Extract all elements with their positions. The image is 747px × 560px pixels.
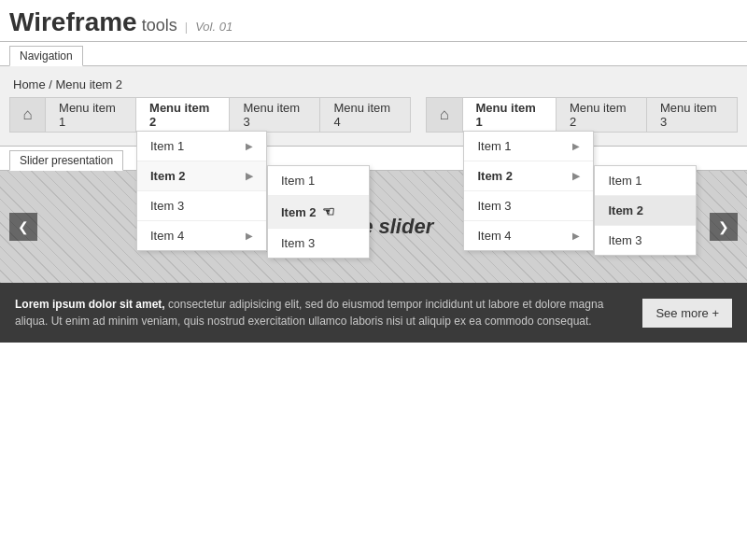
navigation-outer: Home / Menu item 2 ⌂ Menu item 1 Menu it… bbox=[0, 66, 747, 147]
left-dropdown-item-4[interactable]: Item 4▶ bbox=[137, 221, 266, 250]
left-nav-item-3[interactable]: Menu item 3 bbox=[230, 98, 320, 132]
right-sub-dropdown: Item 1 Item 2 Item 3 bbox=[594, 165, 697, 256]
right-dropdown-item-1[interactable]: Item 1▶ bbox=[464, 132, 593, 161]
slider-tab: Slider presentation bbox=[9, 150, 123, 171]
left-dropdown: Item 1▶ Item 2▶ Item 3 Item 4▶ Item 1 It… bbox=[136, 131, 267, 251]
left-home-btn[interactable]: ⌂ bbox=[10, 98, 46, 132]
breadcrumb: Home / Menu item 2 bbox=[9, 74, 738, 97]
tools-label: tools bbox=[137, 16, 177, 35]
slider-prev-button[interactable]: ❮ bbox=[9, 213, 37, 241]
left-nav-wrapper: ⌂ Menu item 1 Menu item 2 Menu item 3 Me… bbox=[9, 97, 411, 133]
left-dropdown-item-1[interactable]: Item 1▶ bbox=[137, 132, 266, 161]
left-nav-item-4[interactable]: Menu item 4 bbox=[320, 98, 410, 132]
vol-label: Vol. 01 bbox=[195, 20, 233, 34]
right-dropdown-item-2[interactable]: Item 2▶ bbox=[464, 161, 593, 191]
left-sub-dropdown: Item 1 Item 2 ☜ Item 3 bbox=[267, 165, 370, 259]
footer: Lorem ipsum dolor sit amet, consectetur … bbox=[0, 283, 747, 343]
right-dropdown-item-3[interactable]: Item 3 bbox=[464, 191, 593, 221]
slider-next-button[interactable]: ❯ bbox=[710, 213, 738, 241]
right-nav-bar: ⌂ Menu item 1 Menu item 2 Menu item 3 bbox=[426, 97, 738, 133]
right-dropdown: Item 1▶ Item 2▶ Item 3 Item 4▶ Item 1 It… bbox=[463, 131, 594, 251]
header: Wireframe tools|Vol. 01 bbox=[0, 0, 747, 42]
cursor-icon: ☜ bbox=[322, 203, 334, 220]
brand-title: Wireframe bbox=[9, 7, 137, 36]
right-nav-wrapper: ⌂ Menu item 1 Menu item 2 Menu item 3 It… bbox=[426, 97, 738, 133]
navigation-tab: Navigation bbox=[9, 46, 83, 66]
left-dropdown-item-2[interactable]: Item 2▶ bbox=[137, 161, 266, 191]
right-nav-item-3[interactable]: Menu item 3 bbox=[647, 98, 737, 132]
left-nav-item-1[interactable]: Menu item 1 bbox=[46, 98, 136, 132]
left-dropdown-item-3[interactable]: Item 3 bbox=[137, 191, 266, 221]
left-nav-item-2[interactable]: Menu item 2 bbox=[136, 98, 230, 132]
footer-bold-text: Lorem ipsum dolor sit amet, bbox=[15, 298, 165, 311]
right-sub-item-2[interactable]: Item 2 bbox=[595, 196, 696, 226]
right-nav-item-1[interactable]: Menu item 1 bbox=[463, 98, 557, 132]
right-home-btn[interactable]: ⌂ bbox=[427, 98, 462, 132]
left-sub-item-2[interactable]: Item 2 ☜ bbox=[268, 196, 369, 229]
nav-bars-container: ⌂ Menu item 1 Menu item 2 Menu item 3 Me… bbox=[9, 97, 738, 133]
right-dropdown-item-4[interactable]: Item 4▶ bbox=[464, 221, 593, 250]
divider: | bbox=[185, 20, 188, 34]
left-sub-item-3[interactable]: Item 3 bbox=[268, 229, 369, 258]
footer-text: Lorem ipsum dolor sit amet, consectetur … bbox=[15, 296, 624, 329]
right-nav-item-2[interactable]: Menu item 2 bbox=[557, 98, 647, 132]
left-sub-item-1[interactable]: Item 1 bbox=[268, 166, 369, 196]
navigation-section-label: Navigation bbox=[0, 42, 747, 66]
left-nav-bar: ⌂ Menu item 1 Menu item 2 Menu item 3 Me… bbox=[9, 97, 411, 133]
right-sub-item-1[interactable]: Item 1 bbox=[595, 166, 696, 196]
see-more-button[interactable]: See more + bbox=[642, 299, 732, 328]
right-sub-item-3[interactable]: Item 3 bbox=[595, 226, 696, 255]
